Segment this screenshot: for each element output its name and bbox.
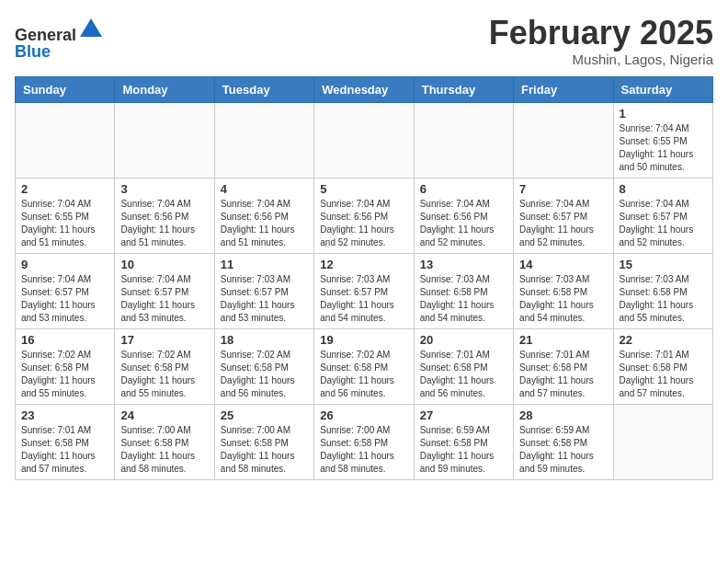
calendar-cell: 5Sunrise: 7:04 AM Sunset: 6:56 PM Daylig…	[314, 178, 414, 253]
day-info: Sunrise: 7:03 AM Sunset: 6:58 PM Dayligh…	[519, 273, 607, 325]
calendar-cell: 8Sunrise: 7:04 AM Sunset: 6:57 PM Daylig…	[613, 178, 712, 253]
day-info: Sunrise: 7:03 AM Sunset: 6:57 PM Dayligh…	[320, 273, 407, 325]
calendar-cell: 6Sunrise: 7:04 AM Sunset: 6:56 PM Daylig…	[414, 178, 513, 253]
day-number: 15	[620, 258, 707, 271]
day-number: 2	[21, 182, 108, 196]
logo-icon	[78, 15, 104, 40]
calendar-cell: 13Sunrise: 7:03 AM Sunset: 6:58 PM Dayli…	[414, 253, 513, 328]
calendar-cell: 28Sunrise: 6:59 AM Sunset: 6:58 PM Dayli…	[514, 404, 613, 479]
day-number: 4	[221, 182, 308, 196]
calendar-week-row: 23Sunrise: 7:01 AM Sunset: 6:58 PM Dayli…	[16, 404, 713, 479]
day-info: Sunrise: 7:04 AM Sunset: 6:56 PM Dayligh…	[221, 198, 308, 249]
calendar-cell: 23Sunrise: 7:01 AM Sunset: 6:58 PM Dayli…	[16, 404, 115, 479]
calendar-cell: 17Sunrise: 7:02 AM Sunset: 6:58 PM Dayli…	[115, 328, 214, 404]
day-number: 7	[519, 182, 607, 196]
day-number: 22	[620, 333, 707, 347]
day-number: 25	[221, 408, 308, 422]
day-info: Sunrise: 7:00 AM Sunset: 6:58 PM Dayligh…	[120, 424, 208, 476]
calendar-cell	[613, 404, 712, 479]
calendar-cell	[514, 102, 613, 178]
day-info: Sunrise: 7:03 AM Sunset: 6:58 PM Dayligh…	[620, 273, 707, 325]
day-info: Sunrise: 7:00 AM Sunset: 6:58 PM Dayligh…	[320, 424, 407, 476]
calendar-cell	[16, 102, 115, 178]
day-number: 9	[21, 258, 108, 271]
day-info: Sunrise: 7:02 AM Sunset: 6:58 PM Dayligh…	[120, 349, 208, 400]
day-info: Sunrise: 6:59 AM Sunset: 6:58 PM Dayligh…	[420, 424, 507, 476]
calendar-cell: 7Sunrise: 7:04 AM Sunset: 6:57 PM Daylig…	[514, 178, 613, 253]
day-number: 12	[320, 258, 407, 271]
calendar-cell: 18Sunrise: 7:02 AM Sunset: 6:58 PM Dayli…	[214, 328, 313, 404]
day-number: 5	[320, 182, 407, 196]
day-number: 20	[420, 333, 507, 347]
day-number: 10	[120, 258, 208, 271]
weekday-header-sunday: Sunday	[16, 76, 115, 102]
calendar-cell: 16Sunrise: 7:02 AM Sunset: 6:58 PM Dayli…	[16, 328, 115, 404]
day-info: Sunrise: 7:04 AM Sunset: 6:57 PM Dayligh…	[21, 273, 108, 325]
calendar-cell: 20Sunrise: 7:01 AM Sunset: 6:58 PM Dayli…	[414, 328, 513, 404]
calendar-cell	[115, 102, 214, 178]
month-title: February 2025	[489, 15, 713, 52]
day-info: Sunrise: 7:03 AM Sunset: 6:58 PM Dayligh…	[420, 273, 507, 325]
page-header: General Blue February 2025 Mushin, Lagos…	[15, 15, 713, 67]
calendar-cell	[314, 102, 414, 178]
calendar-table: SundayMondayTuesdayWednesdayThursdayFrid…	[15, 76, 713, 480]
day-number: 26	[320, 408, 407, 422]
day-info: Sunrise: 6:59 AM Sunset: 6:58 PM Dayligh…	[519, 424, 607, 476]
day-number: 18	[221, 333, 308, 347]
day-number: 21	[519, 333, 607, 347]
weekday-header-saturday: Saturday	[613, 76, 712, 102]
calendar-cell: 12Sunrise: 7:03 AM Sunset: 6:57 PM Dayli…	[314, 253, 414, 328]
day-info: Sunrise: 7:02 AM Sunset: 6:58 PM Dayligh…	[221, 349, 308, 400]
logo: General Blue	[15, 15, 104, 62]
day-info: Sunrise: 7:03 AM Sunset: 6:57 PM Dayligh…	[221, 273, 308, 325]
calendar-week-row: 9Sunrise: 7:04 AM Sunset: 6:57 PM Daylig…	[16, 253, 713, 328]
day-number: 16	[21, 333, 108, 347]
calendar-cell: 22Sunrise: 7:01 AM Sunset: 6:58 PM Dayli…	[613, 328, 712, 404]
day-info: Sunrise: 7:04 AM Sunset: 6:56 PM Dayligh…	[320, 198, 407, 249]
day-number: 24	[120, 408, 208, 422]
title-block: February 2025 Mushin, Lagos, Nigeria	[489, 15, 713, 67]
calendar-cell: 1Sunrise: 7:04 AM Sunset: 6:55 PM Daylig…	[613, 102, 712, 178]
logo-blue: Blue	[15, 42, 51, 61]
day-number: 27	[420, 408, 507, 422]
calendar-cell: 19Sunrise: 7:02 AM Sunset: 6:58 PM Dayli…	[314, 328, 414, 404]
calendar-cell: 11Sunrise: 7:03 AM Sunset: 6:57 PM Dayli…	[214, 253, 313, 328]
calendar-cell: 21Sunrise: 7:01 AM Sunset: 6:58 PM Dayli…	[514, 328, 613, 404]
day-number: 3	[120, 182, 208, 196]
day-number: 17	[120, 333, 208, 347]
day-number: 13	[420, 258, 507, 271]
calendar-cell: 24Sunrise: 7:00 AM Sunset: 6:58 PM Dayli…	[115, 404, 214, 479]
calendar-cell: 14Sunrise: 7:03 AM Sunset: 6:58 PM Dayli…	[514, 253, 613, 328]
weekday-header-friday: Friday	[514, 76, 613, 102]
day-number: 19	[320, 333, 407, 347]
day-info: Sunrise: 7:02 AM Sunset: 6:58 PM Dayligh…	[320, 349, 407, 400]
location: Mushin, Lagos, Nigeria	[489, 52, 713, 67]
day-info: Sunrise: 7:04 AM Sunset: 6:57 PM Dayligh…	[620, 198, 707, 249]
calendar-cell: 15Sunrise: 7:03 AM Sunset: 6:58 PM Dayli…	[613, 253, 712, 328]
calendar-cell: 3Sunrise: 7:04 AM Sunset: 6:56 PM Daylig…	[115, 178, 214, 253]
calendar-cell: 25Sunrise: 7:00 AM Sunset: 6:58 PM Dayli…	[214, 404, 313, 479]
calendar-cell: 27Sunrise: 6:59 AM Sunset: 6:58 PM Dayli…	[414, 404, 513, 479]
day-info: Sunrise: 7:04 AM Sunset: 6:57 PM Dayligh…	[120, 273, 208, 325]
calendar-cell: 9Sunrise: 7:04 AM Sunset: 6:57 PM Daylig…	[16, 253, 115, 328]
day-info: Sunrise: 7:01 AM Sunset: 6:58 PM Dayligh…	[21, 424, 108, 476]
day-number: 1	[620, 107, 707, 121]
day-info: Sunrise: 7:04 AM Sunset: 6:55 PM Dayligh…	[21, 198, 108, 249]
day-number: 8	[620, 182, 707, 196]
calendar-cell	[214, 102, 313, 178]
calendar-week-row: 2Sunrise: 7:04 AM Sunset: 6:55 PM Daylig…	[16, 178, 713, 253]
day-number: 11	[221, 258, 308, 271]
day-info: Sunrise: 7:04 AM Sunset: 6:55 PM Dayligh…	[620, 122, 707, 174]
day-info: Sunrise: 7:00 AM Sunset: 6:58 PM Dayligh…	[221, 424, 308, 476]
day-info: Sunrise: 7:04 AM Sunset: 6:56 PM Dayligh…	[420, 198, 507, 249]
calendar-cell	[414, 102, 513, 178]
weekday-header-tuesday: Tuesday	[214, 76, 313, 102]
calendar-week-row: 16Sunrise: 7:02 AM Sunset: 6:58 PM Dayli…	[16, 328, 713, 404]
day-info: Sunrise: 7:01 AM Sunset: 6:58 PM Dayligh…	[420, 349, 507, 400]
calendar-cell: 4Sunrise: 7:04 AM Sunset: 6:56 PM Daylig…	[214, 178, 313, 253]
calendar-cell: 10Sunrise: 7:04 AM Sunset: 6:57 PM Dayli…	[115, 253, 214, 328]
svg-marker-0	[80, 18, 102, 37]
weekday-header-wednesday: Wednesday	[314, 76, 414, 102]
weekday-header-monday: Monday	[115, 76, 214, 102]
day-info: Sunrise: 7:01 AM Sunset: 6:58 PM Dayligh…	[519, 349, 607, 400]
